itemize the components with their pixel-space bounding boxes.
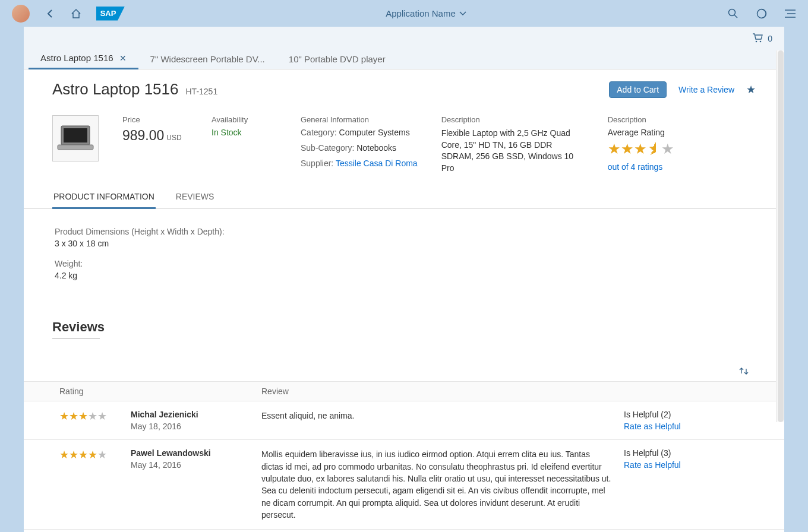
review-row: ★★★★★Rayan ShahMay 10, 2016Equidem liber… bbox=[24, 530, 784, 532]
menu-icon[interactable] bbox=[784, 8, 796, 20]
svg-point-0 bbox=[729, 9, 736, 15]
availability-value: In Stock bbox=[212, 128, 277, 137]
availability-label: Availability bbox=[212, 115, 277, 124]
write-review-link[interactable]: Write a Review bbox=[678, 85, 734, 94]
review-date: May 14, 2016 bbox=[131, 460, 261, 470]
ratings-link[interactable]: out of 4 ratings bbox=[608, 162, 674, 172]
close-icon[interactable]: ✕ bbox=[119, 53, 127, 63]
product-tabs: Astro Laptop 1516 ✕ 7" Widescreen Portab… bbox=[24, 50, 784, 69]
product-image bbox=[52, 115, 99, 162]
tab-astro-laptop[interactable]: Astro Laptop 1516 ✕ bbox=[29, 49, 138, 69]
col-review: Review bbox=[261, 387, 630, 396]
review-author: Michal Jezienicki bbox=[131, 410, 261, 419]
product-id: HT-1251 bbox=[186, 87, 218, 96]
rate-helpful-link[interactable]: Rate as Helpful bbox=[624, 460, 749, 470]
dimensions-value: 3 x 30 x 18 cm bbox=[55, 239, 753, 248]
weight-label: Weight: bbox=[55, 259, 753, 268]
shell-header: SAP Application Name bbox=[0, 0, 808, 27]
add-to-cart-button[interactable]: Add to Cart bbox=[609, 81, 667, 98]
app-title-dropdown[interactable]: Application Name bbox=[125, 8, 727, 18]
tab-portable-dvd[interactable]: 10" Portable DVD player bbox=[277, 50, 397, 69]
review-rating: ★★★★★ bbox=[59, 448, 131, 461]
svg-point-7 bbox=[760, 40, 762, 42]
helpful-count: Is Helpful (3) bbox=[624, 448, 749, 458]
app-container: 0 Astro Laptop 1516 ✕ 7" Widescreen Port… bbox=[24, 27, 784, 532]
product-title: Astro Laptop 1516 bbox=[52, 80, 179, 99]
svg-line-1 bbox=[734, 15, 737, 18]
review-row: ★★★★★Michal JezienickiMay 18, 2016Essent… bbox=[24, 401, 784, 440]
home-icon[interactable] bbox=[70, 8, 82, 20]
review-text: Essent aliquid, ne anima. bbox=[261, 410, 624, 422]
weight-value: 4.2 kg bbox=[55, 271, 753, 280]
content-area: Astro Laptop 1516 HT-1251 Add to Cart Wr… bbox=[24, 69, 784, 532]
description-text: Flexible Laptop with 2,5 GHz Quad Core, … bbox=[441, 128, 584, 174]
cart-count: 0 bbox=[768, 34, 772, 43]
general-info-label: General Information bbox=[301, 115, 418, 124]
rate-helpful-link[interactable]: Rate as Helpful bbox=[624, 422, 749, 431]
review-text: Mollis equidem liberavisse ius, in ius i… bbox=[261, 448, 624, 521]
back-icon[interactable] bbox=[44, 8, 56, 20]
svg-rect-10 bbox=[58, 145, 93, 150]
helpful-count: Is Helpful (2) bbox=[624, 410, 749, 419]
tab-product-info[interactable]: PRODUCT INFORMATION bbox=[52, 186, 156, 209]
chevron-down-icon bbox=[459, 11, 466, 16]
review-author: Pawel Lewandowski bbox=[131, 448, 261, 458]
price-currency: USD bbox=[166, 134, 181, 142]
user-avatar[interactable] bbox=[12, 5, 30, 23]
review-rating: ★★★★★ bbox=[59, 410, 131, 423]
svg-rect-9 bbox=[64, 128, 87, 142]
favorite-icon[interactable]: ★ bbox=[746, 83, 756, 96]
sort-icon[interactable] bbox=[739, 366, 749, 378]
review-row: ★★★★★Pawel LewandowskiMay 14, 2016Mollis… bbox=[24, 440, 784, 530]
section-tabs: PRODUCT INFORMATION REVIEWS bbox=[24, 186, 784, 209]
description-label: Description bbox=[441, 115, 584, 124]
tab-reviews[interactable]: REVIEWS bbox=[175, 186, 216, 208]
dimensions-label: Product Dimensions (Height x Width x Dep… bbox=[55, 227, 753, 236]
review-date: May 18, 2016 bbox=[131, 422, 261, 431]
reviews-table-header: Rating Review bbox=[24, 381, 784, 401]
search-icon[interactable] bbox=[727, 8, 739, 20]
supplier-link[interactable]: Tessile Casa Di Roma bbox=[336, 159, 418, 168]
svg-point-6 bbox=[756, 40, 758, 42]
description-label-2: Description bbox=[608, 115, 674, 124]
scrollbar[interactable] bbox=[776, 50, 784, 422]
price-label: Price bbox=[122, 115, 188, 124]
tab-widescreen-dvd[interactable]: 7" Widescreen Portable DV... bbox=[138, 50, 277, 69]
cart-bar: 0 bbox=[24, 27, 784, 50]
avg-rating-stars: ★★★⯨★ bbox=[608, 141, 674, 157]
sap-logo: SAP bbox=[96, 7, 125, 21]
copilot-icon[interactable] bbox=[756, 8, 768, 20]
col-rating: Rating bbox=[59, 387, 261, 396]
price-value: 989.00 bbox=[122, 128, 164, 143]
avg-rating-label: Average Rating bbox=[608, 128, 674, 137]
product-info-panel: Product Dimensions (Height x Width x Dep… bbox=[24, 209, 784, 309]
reviews-title: Reviews bbox=[24, 309, 784, 338]
cart-icon[interactable] bbox=[752, 33, 763, 45]
app-name: Application Name bbox=[386, 8, 456, 18]
